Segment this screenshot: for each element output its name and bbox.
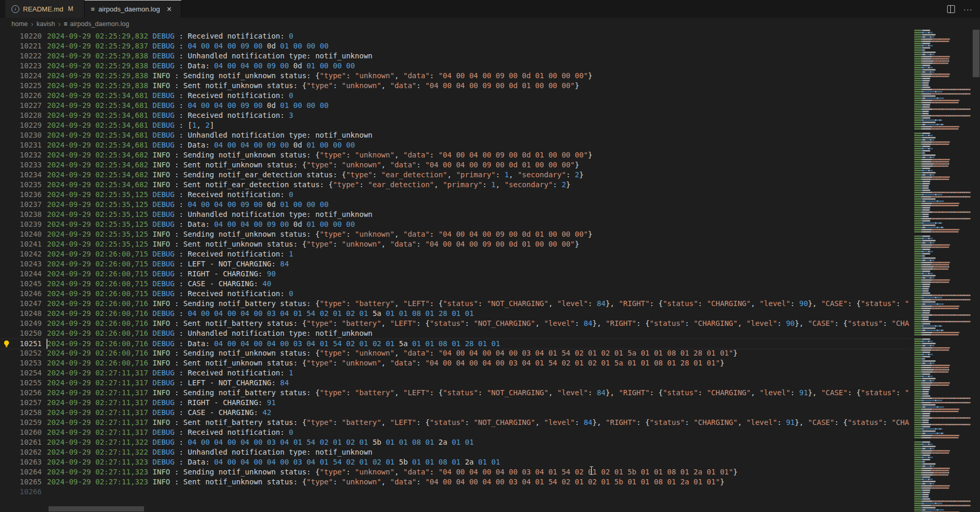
log-line-text[interactable]: 2024-09-29 02:25:29,838 INFO : Sent noti…	[47, 81, 911, 91]
log-line[interactable]: 102352024-09-29 02:25:34,682 INFO : Sent…	[0, 180, 911, 190]
breadcrumb-file[interactable]: ≡ airpods_daemon.log	[64, 20, 129, 28]
log-line-text[interactable]: 2024-09-29 02:25:34,681 DEBUG : 04 00 04…	[47, 101, 911, 111]
log-line[interactable]: 102452024-09-29 02:26:00,715 DEBUG : CAS…	[0, 279, 911, 289]
line-number[interactable]: 10248	[0, 309, 42, 319]
log-line[interactable]: 102462024-09-29 02:26:00,715 DEBUG : Rec…	[0, 289, 911, 299]
log-line[interactable]: 102372024-09-29 02:25:35,125 DEBUG : 04 …	[0, 200, 911, 210]
log-line-text[interactable]: 2024-09-29 02:25:29,838 INFO : Sending n…	[47, 71, 911, 81]
log-line-text[interactable]: 2024-09-29 02:26:00,716 DEBUG : Unhandle…	[47, 328, 911, 338]
line-number[interactable]: 10226	[0, 91, 42, 101]
line-number[interactable]: 10243	[0, 259, 42, 269]
log-line-text[interactable]: 2024-09-29 02:27:11,317 DEBUG : CASE - C…	[47, 408, 911, 418]
log-line[interactable]: 102602024-09-29 02:27:11,317 DEBUG : Rec…	[0, 428, 911, 437]
line-number[interactable]: 10244	[0, 269, 42, 279]
line-number[interactable]: 10242	[0, 249, 42, 259]
line-number[interactable]: 10253	[0, 358, 42, 368]
log-line-text[interactable]: 2024-09-29 02:25:35,125 INFO : Sending n…	[47, 229, 911, 239]
tab-readme[interactable]: i README.md M	[5, 0, 85, 18]
line-number[interactable]: 10231	[0, 140, 42, 150]
log-line-text[interactable]: 2024-09-29 02:27:11,317 DEBUG : RIGHT - …	[47, 398, 911, 408]
log-line-text[interactable]: 2024-09-29 02:25:35,125 INFO : Sent noti…	[47, 239, 911, 249]
log-line-text[interactable]: 2024-09-29 02:25:29,838 DEBUG : Data: 04…	[47, 61, 911, 71]
line-number[interactable]: 10254	[0, 368, 42, 378]
log-line-text[interactable]: 2024-09-29 02:25:34,682 INFO : Sending n…	[47, 170, 911, 180]
log-line[interactable]: 10266	[0, 487, 911, 497]
log-line[interactable]: 102472024-09-29 02:26:00,716 INFO : Send…	[0, 299, 911, 309]
log-line-text[interactable]: 2024-09-29 02:26:00,715 DEBUG : CASE - C…	[47, 279, 911, 289]
log-line[interactable]: 102322024-09-29 02:25:34,682 INFO : Send…	[0, 150, 911, 160]
line-number[interactable]: 10220	[0, 31, 42, 41]
line-number[interactable]: 10256	[0, 388, 42, 398]
line-number[interactable]: 10250	[0, 328, 42, 338]
log-line[interactable]: 102542024-09-29 02:27:11,317 DEBUG : Rec…	[0, 368, 911, 378]
log-line[interactable]: 102622024-09-29 02:27:11,322 DEBUG : Unh…	[0, 447, 911, 457]
line-number[interactable]: 10263	[0, 457, 42, 467]
line-number[interactable]: 10241	[0, 239, 42, 249]
log-line[interactable]: 102212024-09-29 02:25:29,837 DEBUG : 04 …	[0, 41, 911, 51]
line-number[interactable]: 10227	[0, 101, 42, 111]
line-number[interactable]: 10234	[0, 170, 42, 180]
line-number[interactable]: 10237	[0, 200, 42, 210]
log-line[interactable]: 102422024-09-29 02:26:00,715 DEBUG : Rec…	[0, 249, 911, 259]
log-line-text[interactable]: 2024-09-29 02:25:29,832 DEBUG : Received…	[47, 31, 911, 41]
log-line[interactable]: 102222024-09-29 02:25:29,838 DEBUG : Unh…	[0, 51, 911, 61]
log-line-text[interactable]: 2024-09-29 02:25:34,682 INFO : Sending n…	[47, 150, 911, 160]
more-actions-icon[interactable]: ···	[963, 6, 973, 13]
log-line[interactable]: 102402024-09-29 02:25:35,125 INFO : Send…	[0, 229, 911, 239]
line-number[interactable]: 10239	[0, 220, 42, 229]
line-number[interactable]: 10262	[0, 447, 42, 457]
log-line-text[interactable]: 2024-09-29 02:26:00,716 INFO : Sent noti…	[47, 319, 911, 328]
log-line-text[interactable]: 2024-09-29 02:25:29,837 DEBUG : 04 00 04…	[47, 41, 911, 51]
line-number[interactable]: 10249	[0, 319, 42, 328]
line-number[interactable]: 10264	[0, 467, 42, 477]
log-line-text[interactable]: 2024-09-29 02:25:34,681 DEBUG : Received…	[47, 111, 911, 120]
log-line[interactable]: 102532024-09-29 02:26:00,716 INFO : Sent…	[0, 358, 911, 368]
log-line-text[interactable]: 2024-09-29 02:26:00,715 DEBUG : Received…	[47, 249, 911, 259]
lightbulb-icon[interactable]	[3, 340, 10, 348]
log-line-text[interactable]: 2024-09-29 02:26:00,715 DEBUG : Received…	[47, 289, 911, 299]
log-line[interactable]: 102562024-09-29 02:27:11,317 INFO : Send…	[0, 388, 911, 398]
split-editor-icon[interactable]	[947, 5, 955, 13]
line-number[interactable]: 10233	[0, 160, 42, 170]
log-line[interactable]: 102292024-09-29 02:25:34,681 DEBUG : [1,…	[0, 120, 911, 130]
close-icon[interactable]: ×	[166, 5, 171, 14]
log-line[interactable]: 102362024-09-29 02:25:35,125 DEBUG : Rec…	[0, 190, 911, 200]
line-number[interactable]: 10260	[0, 428, 42, 437]
log-line[interactable]: 102282024-09-29 02:25:34,681 DEBUG : Rec…	[0, 111, 911, 120]
log-line-text[interactable]: 2024-09-29 02:25:34,681 DEBUG : Data: 04…	[47, 140, 911, 150]
line-number[interactable]: 10245	[0, 279, 42, 289]
log-line-text[interactable]: 2024-09-29 02:25:29,838 DEBUG : Unhandle…	[47, 51, 911, 61]
log-line-text[interactable]: 2024-09-29 02:26:00,715 DEBUG : LEFT - N…	[47, 259, 911, 269]
horizontal-scrollbar-thumb[interactable]	[49, 506, 144, 511]
line-number[interactable]: 10232	[0, 150, 42, 160]
log-line[interactable]: 102652024-09-29 02:27:11,323 INFO : Sent…	[0, 477, 911, 487]
line-number[interactable]: 10236	[0, 190, 42, 200]
log-line-text[interactable]: 2024-09-29 02:26:00,716 INFO : Sending n…	[47, 299, 911, 309]
line-number[interactable]: 10230	[0, 130, 42, 140]
log-line-text[interactable]: 2024-09-29 02:25:35,125 DEBUG : 04 00 04…	[47, 200, 911, 210]
log-line-text[interactable]: 2024-09-29 02:27:11,323 INFO : Sent noti…	[47, 477, 911, 487]
line-number[interactable]: 10265	[0, 477, 42, 487]
line-number[interactable]: 10235	[0, 180, 42, 190]
log-line-text[interactable]: 2024-09-29 02:25:34,681 DEBUG : Received…	[47, 91, 911, 101]
log-line[interactable]: 102262024-09-29 02:25:34,681 DEBUG : Rec…	[0, 91, 911, 101]
log-line[interactable]: 102512024-09-29 02:26:00,716 DEBUG : Dat…	[0, 338, 911, 349]
line-number[interactable]: 10257	[0, 398, 42, 408]
log-line[interactable]: 102272024-09-29 02:25:34,681 DEBUG : 04 …	[0, 101, 911, 111]
log-line-text[interactable]: 2024-09-29 02:27:11,317 DEBUG : Received…	[47, 428, 911, 437]
log-line[interactable]: 102342024-09-29 02:25:34,682 INFO : Send…	[0, 170, 911, 180]
line-number[interactable]: 10221	[0, 41, 42, 51]
log-line[interactable]: 102332024-09-29 02:25:34,682 INFO : Sent…	[0, 160, 911, 170]
log-line-text[interactable]: 2024-09-29 02:26:00,715 DEBUG : RIGHT - …	[47, 269, 911, 279]
log-line[interactable]: 102642024-09-29 02:27:11,323 INFO : Send…	[0, 467, 911, 477]
log-line-text[interactable]: 2024-09-29 02:26:00,716 DEBUG : 04 00 04…	[47, 309, 911, 319]
log-line-text[interactable]: 2024-09-29 02:25:35,125 DEBUG : Data: 04…	[47, 220, 911, 229]
log-line[interactable]: 102592024-09-29 02:27:11,317 INFO : Sent…	[0, 418, 911, 428]
log-line-text[interactable]: 2024-09-29 02:25:34,681 DEBUG : [1, 2]	[47, 120, 911, 130]
log-line[interactable]: 102202024-09-29 02:25:29,832 DEBUG : Rec…	[0, 31, 911, 41]
log-line-text[interactable]: 2024-09-29 02:27:11,323 INFO : Sending n…	[47, 467, 911, 477]
line-number[interactable]: 10228	[0, 111, 42, 120]
log-line-text[interactable]: 2024-09-29 02:26:00,716 DEBUG : Data: 04…	[47, 339, 911, 349]
line-number[interactable]: 10252	[0, 348, 42, 358]
line-number[interactable]: 10222	[0, 51, 42, 61]
